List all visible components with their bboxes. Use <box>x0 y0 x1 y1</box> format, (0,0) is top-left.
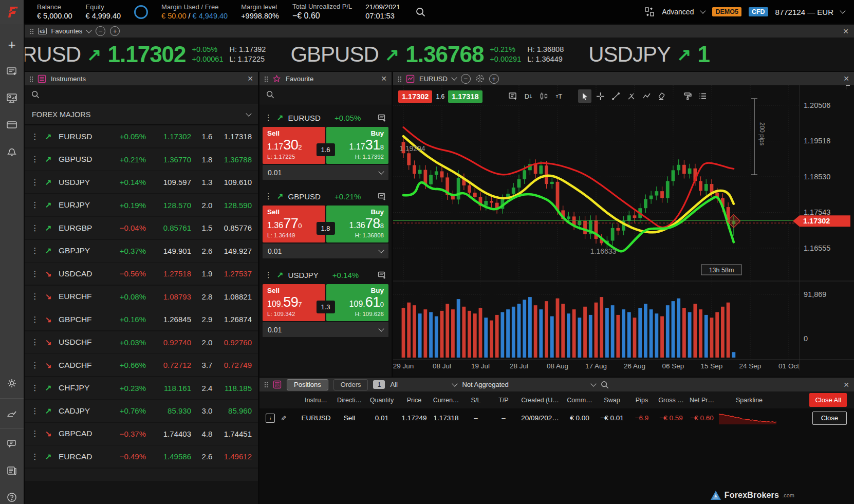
favourite-card-header[interactable]: ⋮ ↗ GBPUSD +0.21% <box>263 187 388 206</box>
instrument-ask[interactable]: 0.92760 <box>223 338 252 347</box>
help-button[interactable] <box>5 491 18 504</box>
row-menu-icon[interactable]: ⋮ <box>25 200 45 210</box>
filter-all-chevron-icon[interactable] <box>452 381 458 386</box>
row-menu-icon[interactable]: ⋮ <box>25 132 45 141</box>
layout-switch-icon[interactable] <box>644 7 655 17</box>
row-menu-icon[interactable]: ⋮ <box>265 113 272 122</box>
instrument-bid[interactable]: 1.26845 <box>146 315 191 324</box>
notifications-button[interactable] <box>5 145 18 158</box>
instrument-ask[interactable]: 1.74451 <box>223 430 252 438</box>
quantity-select[interactable]: 0.01 <box>263 165 388 180</box>
market-overview-button[interactable] <box>5 91 18 105</box>
col-tp[interactable]: T/P <box>490 397 517 404</box>
instrument-bid[interactable]: 1.49586 <box>146 452 191 461</box>
row-menu-icon[interactable]: ⋮ <box>25 269 45 278</box>
instruments-search[interactable] <box>25 85 258 104</box>
positions-close-icon[interactable]: ✕ <box>843 381 849 389</box>
chart-close-icon[interactable]: ✕ <box>843 74 849 83</box>
quantity-select[interactable]: 0.01 <box>263 322 388 337</box>
row-menu-icon[interactable]: ⋮ <box>25 292 45 301</box>
favourite-card-header[interactable]: ⋮ ↗ USDJPY +0.14% <box>263 266 388 284</box>
instrument-ask[interactable]: 128.590 <box>223 201 252 210</box>
drag-handle-icon[interactable] <box>398 76 401 82</box>
instrument-ask[interactable]: 1.08821 <box>223 292 252 301</box>
filter-aggregation-chevron-icon[interactable] <box>591 381 597 386</box>
instrument-row[interactable]: ⋮ ↗ EURUSD +0.05% 1.17302 1.6 1.17318 <box>25 125 258 147</box>
layout-mode-chevron-icon[interactable] <box>700 8 706 13</box>
cursor-tool-icon[interactable] <box>578 89 591 103</box>
ticker-zoom-out-button[interactable]: − <box>96 26 105 36</box>
instrument-row[interactable]: ⋮ ↗ GBPUSD +0.21% 1.36770 1.8 1.36788 <box>25 148 258 171</box>
price-scale-collapse-icon[interactable] <box>846 85 850 89</box>
candle-style-icon[interactable] <box>537 89 550 103</box>
account-chevron-icon[interactable] <box>840 8 845 13</box>
instrument-row[interactable]: ⋮ ↗ EURJPY +0.19% 128.570 2.0 128.590 <box>25 194 258 216</box>
row-menu-icon[interactable]: ⋮ <box>25 155 45 164</box>
payments-button[interactable] <box>5 118 18 132</box>
zigzag-tool-icon[interactable] <box>640 89 653 103</box>
layout-mode-select[interactable]: Advanced <box>662 8 694 16</box>
ticker-zoom-in-button[interactable]: + <box>110 26 120 36</box>
instrument-ask[interactable]: 1.49612 <box>223 452 252 461</box>
sell-button[interactable]: Sell 109.597 L: 109.342 <box>263 284 325 321</box>
instrument-bid[interactable]: 149.901 <box>146 247 191 255</box>
quantity-select[interactable]: 0.01 <box>263 244 388 258</box>
instrument-ask[interactable]: 118.185 <box>223 384 252 393</box>
col-pips[interactable]: Pips <box>627 397 656 404</box>
instrument-row[interactable]: ⋮ ↘ CADCHF +0.66% 0.72712 3.7 0.72749 <box>25 354 258 376</box>
settings-button[interactable] <box>5 377 18 390</box>
instrument-bid[interactable]: 1.74403 <box>146 430 191 438</box>
instrument-row[interactable]: ⋮ ↗ GBPJPY +0.37% 149.901 2.6 149.927 <box>25 240 258 262</box>
col-gross[interactable]: Gross … <box>656 397 686 404</box>
drag-handle-icon[interactable] <box>30 28 33 34</box>
row-menu-icon[interactable]: ⋮ <box>25 246 45 255</box>
positions-search-icon[interactable] <box>601 381 609 389</box>
feedback-button[interactable] <box>5 407 18 420</box>
instrument-row[interactable]: ⋮ ↗ USDJPY +0.14% 109.597 1.3 109.610 <box>25 171 258 193</box>
chart-crosshair-button[interactable] <box>475 74 485 83</box>
row-menu-icon[interactable]: ⋮ <box>25 452 45 461</box>
col-price[interactable]: Price <box>398 397 430 404</box>
drag-handle-icon[interactable] <box>264 382 268 387</box>
col-current[interactable]: Curren… <box>430 397 462 404</box>
instrument-bid[interactable]: 0.92740 <box>146 338 191 347</box>
position-tp[interactable]: – <box>490 414 517 422</box>
row-menu-icon[interactable]: ⋮ <box>25 223 45 233</box>
row-menu-icon[interactable]: ⋮ <box>25 315 45 324</box>
row-menu-icon[interactable]: ⋮ <box>265 270 272 279</box>
instrument-bid[interactable]: 109.597 <box>146 178 191 186</box>
instrument-bid[interactable]: 0.85761 <box>146 223 191 232</box>
open-chart-icon[interactable] <box>378 192 386 201</box>
instrument-bid[interactable]: 118.161 <box>146 384 191 393</box>
add-panel-button[interactable]: + <box>5 38 18 51</box>
instrument-ask[interactable]: 0.85776 <box>223 223 252 232</box>
instrument-row[interactable]: ⋮ ↗ CADJPY +0.76% 85.930 3.0 85.960 <box>25 400 258 422</box>
instrument-ask[interactable]: 1.26874 <box>223 315 252 324</box>
instrument-bid[interactable]: 1.36770 <box>146 155 191 164</box>
favourite-card-header[interactable]: ⋮ ↗ EURUSD +0.05% <box>263 108 388 127</box>
order-panel-icon[interactable] <box>506 89 519 103</box>
instrument-row[interactable]: ⋮ ↗ CHFJPY +0.23% 118.161 2.4 118.185 <box>25 377 258 399</box>
row-menu-icon[interactable]: ⋮ <box>25 383 45 393</box>
group-forex-majors[interactable]: FOREX MAJORS <box>25 104 258 125</box>
row-menu-icon[interactable]: ⋮ <box>25 361 45 370</box>
buy-button[interactable]: Buy 1.17318 H: 1.17392 <box>326 127 389 164</box>
buy-button[interactable]: Buy 1.36788 H: 1.36808 <box>326 206 389 242</box>
row-menu-icon[interactable]: ⋮ <box>25 178 45 187</box>
row-menu-icon[interactable]: ⋮ <box>265 192 272 201</box>
instrument-bid[interactable]: 0.72712 <box>146 361 191 369</box>
crosshair-tool-icon[interactable] <box>593 89 607 103</box>
timeframe-button[interactable]: D1 <box>522 89 535 103</box>
instrument-row[interactable]: ⋮ ↗ EURGBP −0.04% 0.85761 1.5 0.85776 <box>25 217 258 239</box>
instrument-row[interactable]: ⋮ ↘ EURCHF +0.08% 1.08793 2.8 1.08821 <box>25 286 258 308</box>
new-order-button[interactable] <box>5 65 18 78</box>
filter-aggregation-select[interactable]: Not Aggregated <box>462 381 596 388</box>
tab-positions[interactable]: Positions <box>287 379 328 390</box>
pitchfork-tool-icon[interactable] <box>624 89 638 103</box>
position-sl[interactable]: – <box>462 414 490 422</box>
col-quantity[interactable]: Quantity <box>365 397 398 404</box>
sell-button[interactable]: Sell 1.36770 L: 1.36449 <box>263 206 325 242</box>
drag-handle-icon[interactable] <box>29 76 33 82</box>
group-collapse-chevron-icon[interactable] <box>246 110 251 116</box>
instrument-row[interactable]: ⋮ ↘ GBPCHF +0.16% 1.26845 2.9 1.26874 <box>25 308 258 330</box>
